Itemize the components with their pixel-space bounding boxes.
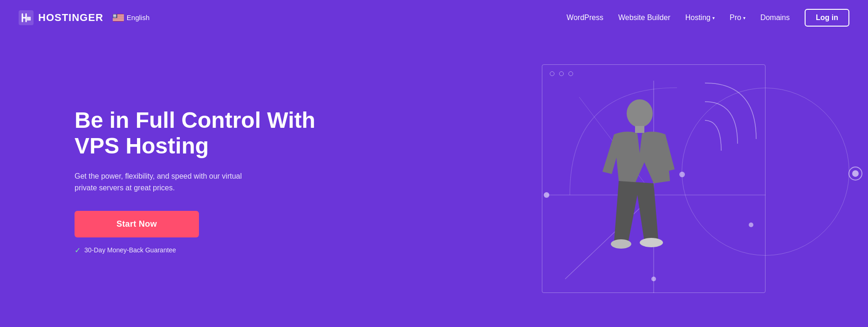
svg-point-32 xyxy=(113,16,113,17)
logo-icon xyxy=(19,10,34,25)
svg-point-24 xyxy=(115,15,115,15)
navbar-nav: WordPress Website Builder Hosting ▾ Pro … xyxy=(567,9,849,27)
svg-point-23 xyxy=(114,15,115,15)
flag-icon xyxy=(113,14,124,21)
pro-chevron-icon: ▾ xyxy=(743,15,745,21)
navbar-left: HOSTINGER xyxy=(19,10,150,25)
start-now-button[interactable]: Start Now xyxy=(75,211,199,237)
check-icon: ✓ xyxy=(75,246,81,255)
nav-hosting[interactable]: Hosting ▾ xyxy=(685,14,715,22)
svg-point-34 xyxy=(114,16,115,17)
svg-point-41 xyxy=(115,17,116,17)
svg-point-48 xyxy=(651,277,656,281)
hosting-chevron-icon: ▾ xyxy=(712,15,715,21)
nav-domains[interactable]: Domains xyxy=(760,14,790,22)
svg-point-16 xyxy=(113,14,114,15)
svg-rect-50 xyxy=(635,126,644,133)
logo-text: HOSTINGER xyxy=(38,12,103,24)
svg-point-14 xyxy=(115,14,116,14)
svg-point-28 xyxy=(114,16,114,16)
svg-point-15 xyxy=(116,14,116,14)
svg-point-25 xyxy=(115,15,116,15)
hero-subtitle: Get the power, flexibility, and speed wi… xyxy=(75,170,242,194)
svg-point-52 xyxy=(640,238,663,247)
svg-rect-8 xyxy=(113,20,124,21)
svg-point-20 xyxy=(116,14,116,15)
svg-point-35 xyxy=(115,16,115,17)
navbar: HOSTINGER xyxy=(0,0,868,35)
svg-point-49 xyxy=(627,99,653,127)
svg-point-30 xyxy=(115,16,116,16)
svg-point-19 xyxy=(115,14,116,15)
svg-point-13 xyxy=(115,14,115,14)
svg-point-33 xyxy=(114,16,114,17)
lang-label: English xyxy=(127,14,150,21)
hero-graphic xyxy=(542,60,831,302)
deco-circle-small xyxy=(848,167,862,181)
svg-point-26 xyxy=(116,15,116,15)
svg-point-37 xyxy=(116,16,116,17)
hero-content: Be in Full Control WithVPS Hosting Get t… xyxy=(0,107,315,255)
lang-selector[interactable]: English xyxy=(113,14,150,21)
svg-point-22 xyxy=(114,15,114,15)
nav-pro[interactable]: Pro ▾ xyxy=(730,14,745,22)
svg-point-42 xyxy=(116,17,116,17)
svg-point-47 xyxy=(544,192,549,198)
svg-rect-1 xyxy=(27,17,31,21)
login-button[interactable]: Log in xyxy=(805,9,849,27)
svg-point-21 xyxy=(113,15,113,15)
hero-svg xyxy=(542,60,831,302)
svg-point-27 xyxy=(113,16,114,16)
svg-point-17 xyxy=(114,14,114,15)
svg-rect-6 xyxy=(113,18,124,18)
svg-point-38 xyxy=(113,17,114,17)
nav-wordpress[interactable]: WordPress xyxy=(567,14,603,22)
svg-point-40 xyxy=(114,17,115,17)
svg-point-36 xyxy=(115,16,116,17)
nav-website-builder[interactable]: Website Builder xyxy=(618,14,670,22)
svg-point-18 xyxy=(114,14,115,15)
svg-point-39 xyxy=(114,17,114,17)
svg-point-10 xyxy=(113,14,113,14)
svg-point-11 xyxy=(114,14,114,14)
logo[interactable]: HOSTINGER xyxy=(19,10,103,25)
hero-title: Be in Full Control WithVPS Hosting xyxy=(75,107,315,159)
svg-point-31 xyxy=(116,16,116,16)
svg-point-29 xyxy=(114,16,115,16)
svg-point-51 xyxy=(611,239,631,249)
deco-circle-fill xyxy=(852,170,859,177)
hero-section: Be in Full Control WithVPS Hosting Get t… xyxy=(0,35,868,327)
svg-point-12 xyxy=(114,14,115,14)
guarantee-text: ✓ 30-Day Money-Back Guarantee xyxy=(75,246,315,255)
svg-rect-7 xyxy=(113,19,124,20)
